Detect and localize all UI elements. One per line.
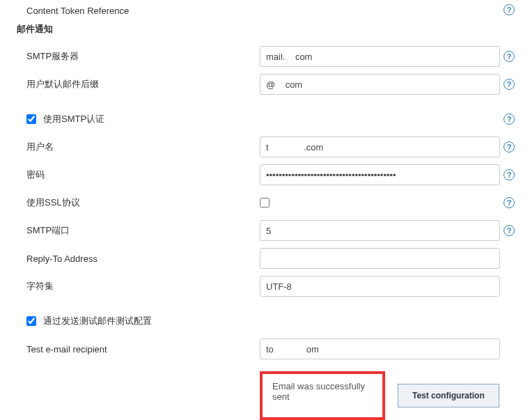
help-icon[interactable]	[504, 79, 515, 90]
use-smtp-auth-checkbox[interactable]	[26, 114, 36, 124]
label-smtp-port: SMTP端口	[26, 224, 260, 237]
row-charset: 字符集	[26, 272, 530, 300]
row-password: 密码	[26, 161, 530, 189]
row-test-recipient: Test e-mail recipient	[26, 335, 530, 363]
label-use-smtp-auth: 使用SMTP认证	[43, 113, 104, 125]
username-input[interactable]	[260, 137, 500, 157]
help-icon[interactable]	[504, 197, 515, 208]
label-charset: 字符集	[26, 280, 260, 293]
help-icon[interactable]	[504, 51, 515, 62]
default-suffix-input[interactable]	[260, 74, 500, 95]
label-test-recipient: Test e-mail recipient	[26, 344, 260, 355]
reply-to-input[interactable]	[260, 248, 500, 269]
label-username: 用户名	[26, 141, 260, 153]
help-icon[interactable]	[504, 225, 515, 236]
content-token-reference-row: Content Token Reference	[26, 6, 530, 16]
label-default-suffix: 用户默认邮件后缀	[26, 78, 260, 91]
test-recipient-input[interactable]	[260, 339, 500, 359]
row-smtp-server: SMTP服务器	[26, 42, 530, 70]
label-reply-to: Reply-To Address	[26, 254, 260, 264]
use-ssl-checkbox[interactable]	[260, 198, 270, 208]
test-area: Email was successfully sent Test configu…	[260, 371, 530, 420]
test-status-box: Email was successfully sent	[260, 371, 385, 420]
test-configuration-button[interactable]: Test configuration	[398, 384, 499, 407]
help-icon[interactable]	[504, 169, 515, 180]
row-use-ssl: 使用SSL协议	[26, 189, 530, 217]
row-reply-to: Reply-To Address	[26, 244, 530, 272]
row-use-smtp-auth: 使用SMTP认证	[26, 105, 530, 133]
help-icon[interactable]	[504, 4, 515, 15]
label-send-test: 通过发送测试邮件测试配置	[43, 315, 152, 327]
label-use-ssl: 使用SSL协议	[26, 196, 260, 209]
password-input[interactable]	[260, 164, 500, 185]
row-send-test: 通过发送测试邮件测试配置	[26, 307, 530, 335]
row-username: 用户名	[26, 133, 530, 161]
smtp-server-input[interactable]	[260, 46, 500, 67]
label-password: 密码	[26, 169, 260, 181]
config-page: Content Token Reference 邮件通知 SMTP服务器 用户默…	[0, 0, 530, 420]
form-rows: SMTP服务器 用户默认邮件后缀 使用SMTP认证 用户名 密码	[26, 42, 530, 363]
help-icon[interactable]	[504, 114, 515, 125]
content-token-reference-label: Content Token Reference	[26, 6, 129, 16]
row-default-suffix: 用户默认邮件后缀	[26, 70, 530, 98]
help-icon[interactable]	[504, 141, 515, 153]
charset-input[interactable]	[260, 276, 500, 297]
section-heading-email-notification: 邮件通知	[17, 23, 530, 36]
label-smtp-server: SMTP服务器	[26, 50, 260, 63]
test-status-text: Email was successfully sent	[272, 381, 365, 402]
row-smtp-port: SMTP端口	[26, 217, 530, 244]
send-test-checkbox[interactable]	[26, 316, 36, 326]
smtp-port-input[interactable]	[260, 220, 500, 241]
